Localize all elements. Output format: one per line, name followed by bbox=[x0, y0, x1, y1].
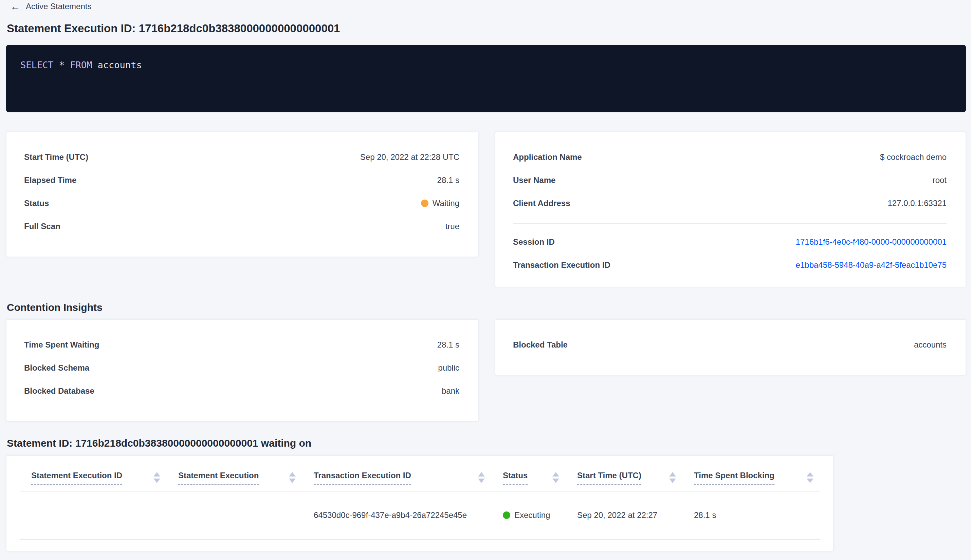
cell-status: Executing bbox=[492, 491, 566, 539]
column-header-time-spent-blocking: Time Spent Blocking bbox=[683, 456, 820, 491]
elapsed-time-label: Elapsed Time bbox=[24, 175, 77, 185]
card-divider bbox=[513, 223, 946, 224]
back-to-active-statements-link[interactable]: ← Active Statements bbox=[10, 2, 91, 12]
contention-insights-heading: Contention Insights bbox=[7, 302, 966, 313]
full-scan-label: Full Scan bbox=[24, 222, 60, 231]
blocked-table-row: Blocked Table accounts bbox=[513, 333, 946, 357]
session-id-row: Session ID 1716b1f6-4e0c-f480-0000-00000… bbox=[513, 230, 946, 253]
sort-icon[interactable] bbox=[478, 471, 485, 483]
statement-execution-details-page: ← Active Statements Statement Execution … bbox=[0, 0, 971, 551]
time-spent-waiting-value: 28.1 s bbox=[437, 340, 459, 350]
blocked-schema-label: Blocked Schema bbox=[24, 363, 89, 373]
time-spent-waiting-label: Time Spent Waiting bbox=[24, 340, 99, 350]
blocked-database-value: bank bbox=[442, 386, 459, 396]
start-time-value: Sep 20, 2022 at 22:28 UTC bbox=[360, 152, 459, 162]
column-header-start-time: Start Time (UTC) bbox=[566, 456, 683, 491]
blocked-schema-value: public bbox=[438, 363, 459, 373]
waiting-on-heading: Statement ID: 1716b218dc0b38380000000000… bbox=[7, 437, 966, 449]
status-executing-text: Executing bbox=[514, 510, 550, 520]
statement-execution-id-header-label[interactable]: Statement Execution ID bbox=[31, 471, 122, 485]
status-header-label[interactable]: Status bbox=[503, 471, 527, 485]
sql-keyword-from: FROM bbox=[70, 60, 97, 70]
sql-keyword-select: SELECT bbox=[20, 60, 59, 70]
sort-icon[interactable] bbox=[153, 471, 160, 483]
application-name-value: $ cockroach demo bbox=[880, 152, 946, 162]
status-waiting-dot-icon bbox=[421, 200, 429, 207]
blocked-database-row: Blocked Database bank bbox=[24, 380, 459, 403]
client-address-label: Client Address bbox=[513, 198, 570, 208]
transaction-execution-id-row: Transaction Execution ID e1bba458-5948-4… bbox=[513, 253, 946, 277]
application-name-label: Application Name bbox=[513, 152, 582, 162]
cell-time-spent-blocking: 28.1 s bbox=[683, 491, 820, 539]
blocked-schema-row: Blocked Schema public bbox=[24, 357, 459, 380]
table-row: 64530d0c-969f-437e-a9b4-26a72245e45e Exe… bbox=[20, 491, 820, 539]
column-header-statement-execution-id: Statement Execution ID bbox=[20, 456, 167, 491]
status-value: Waiting bbox=[421, 198, 459, 208]
transaction-execution-id-link[interactable]: e1bba458-5948-40a9-a42f-5feac1b10e75 bbox=[796, 260, 946, 270]
session-id-label: Session ID bbox=[513, 237, 555, 247]
transaction-execution-id-label: Transaction Execution ID bbox=[513, 260, 611, 270]
sql-table-name: accounts bbox=[98, 60, 142, 70]
time-spent-waiting-row: Time Spent Waiting 28.1 s bbox=[24, 333, 459, 357]
waiting-on-table-card: Statement Execution ID Statement Executi… bbox=[6, 455, 834, 551]
sort-icon[interactable] bbox=[807, 471, 814, 483]
contention-right-card: Blocked Table accounts bbox=[495, 319, 966, 375]
waiting-on-table: Statement Execution ID Statement Executi… bbox=[20, 456, 820, 540]
sql-statement-box: SELECT * FROM accounts bbox=[6, 45, 966, 112]
status-executing-dot-icon bbox=[503, 512, 510, 519]
client-address-row: Client Address 127.0.0.1:63321 bbox=[513, 192, 946, 215]
transaction-execution-id-header-label[interactable]: Transaction Execution ID bbox=[314, 471, 411, 485]
blocked-database-label: Blocked Database bbox=[24, 386, 94, 396]
full-scan-row: Full Scan true bbox=[24, 215, 459, 238]
start-time-row: Start Time (UTC) Sep 20, 2022 at 22:28 U… bbox=[24, 146, 459, 169]
status-row: Status Waiting bbox=[24, 192, 459, 215]
summary-cards-row: Start Time (UTC) Sep 20, 2022 at 22:28 U… bbox=[6, 132, 966, 287]
contention-left-card: Time Spent Waiting 28.1 s Blocked Schema… bbox=[6, 319, 479, 422]
client-address-value: 127.0.0.1:63321 bbox=[888, 198, 947, 208]
page-title: Statement Execution ID: 1716b218dc0b3838… bbox=[7, 22, 966, 35]
full-scan-value: true bbox=[445, 222, 459, 231]
table-header-row: Statement Execution ID Statement Executi… bbox=[20, 456, 820, 491]
start-time-header-label[interactable]: Start Time (UTC) bbox=[577, 471, 641, 485]
statement-execution-header-label[interactable]: Statement Execution bbox=[178, 471, 259, 485]
column-header-status: Status bbox=[492, 456, 566, 491]
sort-icon[interactable] bbox=[289, 471, 296, 483]
execution-summary-card: Start Time (UTC) Sep 20, 2022 at 22:28 U… bbox=[6, 132, 479, 257]
elapsed-time-value: 28.1 s bbox=[437, 175, 459, 185]
sql-star: * bbox=[59, 60, 70, 70]
time-spent-blocking-header-label[interactable]: Time Spent Blocking bbox=[694, 471, 774, 485]
status-waiting-text: Waiting bbox=[432, 198, 459, 208]
session-id-link[interactable]: 1716b1f6-4e0c-f480-0000-000000000001 bbox=[796, 237, 946, 247]
user-name-row: User Name root bbox=[513, 169, 946, 192]
column-header-statement-execution: Statement Execution bbox=[167, 456, 302, 491]
cell-start-time: Sep 20, 2022 at 22:27 bbox=[566, 491, 683, 539]
blocked-table-value: accounts bbox=[914, 340, 946, 350]
cell-statement-execution bbox=[167, 491, 302, 539]
blocked-table-label: Blocked Table bbox=[513, 340, 568, 350]
sort-icon[interactable] bbox=[552, 471, 559, 483]
back-link-label: Active Statements bbox=[26, 2, 91, 11]
application-name-row: Application Name $ cockroach demo bbox=[513, 146, 946, 169]
sql-statement-text: SELECT * FROM accounts bbox=[20, 60, 952, 70]
column-header-transaction-execution-id: Transaction Execution ID bbox=[302, 456, 492, 491]
user-name-value: root bbox=[933, 175, 946, 185]
sort-icon[interactable] bbox=[669, 471, 676, 483]
elapsed-time-row: Elapsed Time 28.1 s bbox=[24, 169, 459, 192]
cell-statement-execution-id bbox=[20, 491, 167, 539]
cell-transaction-execution-id: 64530d0c-969f-437e-a9b4-26a72245e45e bbox=[302, 491, 492, 539]
start-time-label: Start Time (UTC) bbox=[24, 152, 88, 162]
contention-cards-row: Time Spent Waiting 28.1 s Blocked Schema… bbox=[6, 319, 966, 422]
user-name-label: User Name bbox=[513, 175, 556, 185]
arrow-left-icon: ← bbox=[10, 2, 20, 12]
session-summary-card: Application Name $ cockroach demo User N… bbox=[495, 132, 966, 287]
status-label: Status bbox=[24, 198, 49, 208]
